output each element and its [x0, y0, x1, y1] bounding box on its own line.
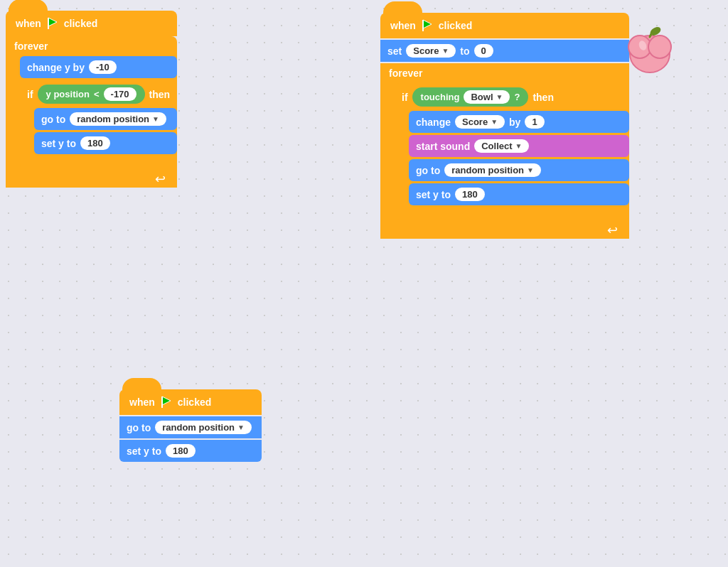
set-y-block-3: set y to 180 [409, 183, 629, 205]
random-position-label-3: random position [451, 165, 524, 176]
stack-2: when clicked go to random position ▼ set… [119, 389, 262, 462]
score-dropdown-arrow: ▼ [441, 47, 449, 55]
dropdown-arrow-2: ▼ [237, 423, 245, 431]
set-y-value-1: 180 [80, 136, 110, 150]
if-block-3: if touching Bowl ▼ ? then [395, 83, 629, 220]
y-position-label: y position [46, 89, 90, 99]
question-mark: ? [514, 92, 520, 102]
y-position-condition: y position < -170 [38, 85, 145, 104]
score-var: Score [413, 45, 439, 56]
dropdown-arrow-3: ▼ [527, 166, 534, 174]
bowl-var: Bowl [471, 92, 493, 102]
go-to-block-1: go to random position ▼ [34, 108, 177, 130]
by-label: by [509, 117, 520, 128]
apple-svg [621, 21, 678, 78]
set-score-block: set Score ▼ to 0 [380, 40, 629, 62]
set-y-block-2: set y to 180 [119, 440, 262, 462]
collect-label: Collect [481, 141, 512, 151]
start-sound-block: start sound Collect ▼ [409, 135, 629, 157]
then-label-3: then [532, 92, 554, 103]
forever-label-1: forever [14, 40, 48, 52]
score-var-2: Score [462, 117, 488, 127]
bowl-dropdown-arrow: ▼ [496, 93, 503, 101]
go-to-label-1: go to [41, 114, 65, 125]
clicked-label-3: clicked [439, 20, 472, 31]
hat-block-1: when clicked [6, 11, 177, 36]
flag-icon-2 [159, 395, 173, 409]
cond-value: -170 [104, 87, 136, 101]
stack-3: when clicked set Score ▼ to 0 forever [380, 13, 629, 239]
random-position-label-1: random position [77, 114, 149, 124]
score-dropdown-arrow-2: ▼ [491, 118, 498, 126]
score-dropdown-2[interactable]: Score ▼ [455, 115, 505, 129]
collect-dropdown[interactable]: Collect ▼ [474, 139, 529, 153]
go-to-label-2: go to [127, 422, 151, 433]
hat-block-2: when clicked [119, 389, 262, 415]
touching-label: touching [421, 92, 460, 102]
set-y-value-2: 180 [166, 444, 196, 458]
bowl-dropdown[interactable]: Bowl ▼ [464, 90, 510, 104]
set-y-label-3: set y to [416, 189, 451, 200]
change-y-block: change y by -10 [20, 56, 177, 78]
forever-label-3: forever [389, 68, 422, 79]
stack-1: when clicked forever change y by -10 [6, 11, 177, 188]
change-score-block: change Score ▼ by 1 [409, 111, 629, 133]
loop-arrow-3: ↩ [607, 222, 618, 238]
touching-condition: touching Bowl ▼ ? [412, 87, 529, 107]
less-than-label: < [94, 89, 100, 99]
set-y-block-1: set y to 180 [34, 132, 177, 154]
when-label-3: when [390, 20, 416, 31]
go-to-block-3: go to random position ▼ [409, 159, 629, 181]
start-sound-label: start sound [416, 141, 470, 152]
set-y-label-1: set y to [41, 138, 76, 149]
flag-icon-3 [420, 18, 434, 33]
svg-marker-0 [48, 18, 57, 26]
collect-dropdown-arrow: ▼ [515, 142, 523, 150]
score-dropdown[interactable]: Score ▼ [406, 44, 456, 58]
flag-icon-1 [46, 16, 60, 31]
random-position-dropdown-1[interactable]: random position ▼ [70, 112, 166, 126]
random-position-dropdown-2[interactable]: random position ▼ [155, 421, 252, 434]
if-label-1: if [27, 89, 33, 100]
dropdown-arrow-1: ▼ [152, 115, 159, 123]
set-y-label-2: set y to [127, 446, 161, 457]
to-label: to [460, 45, 469, 57]
forever-block-1: forever change y by -10 if y position [6, 36, 177, 188]
clicked-label-2: clicked [178, 396, 211, 408]
change-y-label: change y by [27, 62, 85, 73]
svg-point-8 [648, 36, 671, 58]
random-position-dropdown-3[interactable]: random position ▼ [444, 163, 541, 177]
random-position-label-2: random position [162, 422, 235, 433]
clicked-label-1: clicked [64, 18, 97, 29]
if-block-1: if y position < -170 then go to [20, 80, 177, 168]
then-label-1: then [149, 89, 171, 100]
apple-sprite [621, 21, 671, 71]
loop-arrow-1: ↩ [155, 171, 166, 187]
change-y-value: -10 [89, 60, 117, 74]
go-to-block-2: go to random position ▼ [119, 416, 262, 438]
set-y-value-3: 180 [455, 188, 485, 201]
hat-block-3: when clicked [380, 13, 629, 38]
svg-marker-4 [423, 20, 432, 28]
go-to-label-3: go to [416, 165, 440, 176]
score-value: 0 [474, 44, 493, 58]
when-label-2: when [129, 396, 155, 408]
svg-marker-2 [162, 396, 171, 405]
if-label-3: if [402, 92, 408, 103]
by-value: 1 [525, 115, 544, 129]
change-label: change [416, 117, 451, 128]
when-label-1: when [16, 18, 41, 29]
set-label: set [387, 45, 402, 57]
forever-block-3: forever if touching Bowl ▼ [380, 63, 629, 239]
